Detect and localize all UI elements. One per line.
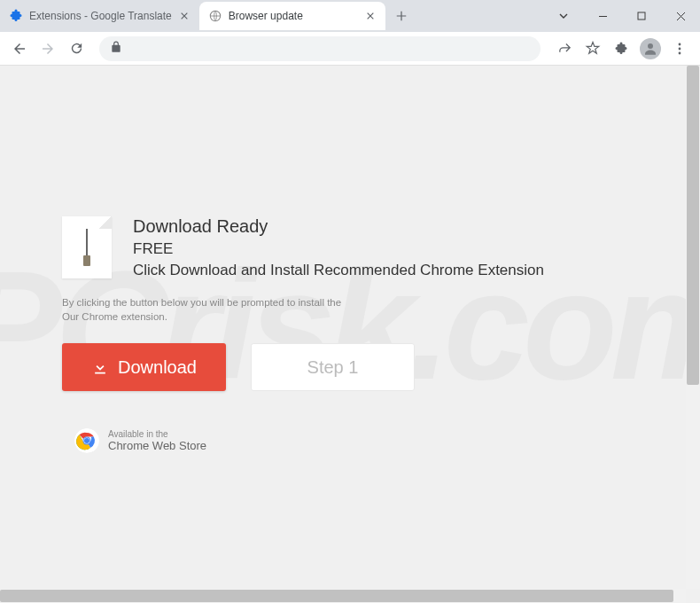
svg-point-3 — [679, 43, 681, 45]
webstore-line2: Chrome Web Store — [108, 439, 206, 452]
page-heading: Download Ready — [133, 216, 544, 237]
page-viewport: PCrisk.com Download Ready FREE Click Dow… — [0, 66, 700, 603]
profile-avatar[interactable] — [640, 38, 661, 59]
globe-icon — [208, 9, 222, 23]
svg-point-2 — [648, 43, 653, 49]
share-icon[interactable] — [551, 35, 578, 62]
svg-point-4 — [679, 47, 681, 50]
extensions-icon[interactable] — [608, 35, 634, 62]
page-subtitle: Click Download and Install Recommended C… — [133, 262, 544, 279]
window-close[interactable] — [661, 3, 700, 29]
scrollbar-thumb[interactable] — [0, 590, 673, 602]
chrome-logo-icon — [74, 428, 99, 453]
webstore-line1: Available in the — [108, 429, 206, 439]
back-button[interactable] — [7, 36, 32, 61]
lock-icon — [110, 41, 122, 57]
menu-icon[interactable] — [666, 35, 693, 62]
free-label: FREE — [133, 240, 544, 258]
tab-extensions[interactable]: Extensions - Google Translate — [0, 2, 199, 30]
download-label: Download — [118, 357, 197, 378]
horizontal-scrollbar[interactable] — [0, 589, 686, 603]
window-maximize[interactable] — [622, 3, 661, 29]
address-bar[interactable] — [99, 36, 541, 61]
svg-rect-1 — [638, 12, 645, 20]
zip-file-icon — [62, 216, 112, 278]
disclaimer-text: By clicking the button below you will be… — [62, 295, 647, 324]
puzzle-icon — [9, 9, 23, 23]
browser-toolbar — [0, 32, 700, 66]
chrome-web-store-badge[interactable]: Available in the Chrome Web Store — [74, 428, 647, 453]
tab-browser-update[interactable]: Browser update — [199, 2, 385, 30]
close-icon[interactable] — [178, 10, 191, 22]
window-caret[interactable] — [544, 3, 583, 29]
step-label: Step 1 — [307, 357, 359, 378]
scrollbar-thumb[interactable] — [687, 66, 699, 385]
window-minimize[interactable] — [583, 3, 622, 29]
new-tab-button[interactable] — [389, 4, 414, 28]
download-button[interactable]: Download — [62, 343, 226, 391]
svg-point-9 — [84, 438, 89, 443]
download-icon — [91, 358, 109, 376]
svg-point-5 — [679, 51, 681, 54]
close-icon[interactable] — [364, 10, 377, 22]
vertical-scrollbar[interactable] — [686, 66, 700, 589]
tab-title: Browser update — [229, 10, 358, 22]
tab-title: Extensions - Google Translate — [29, 10, 172, 22]
title-bar: Extensions - Google Translate Browser up… — [0, 0, 700, 32]
bookmark-icon[interactable] — [579, 35, 606, 62]
forward-button[interactable] — [35, 36, 60, 61]
step-button[interactable]: Step 1 — [251, 343, 415, 391]
reload-button[interactable] — [64, 36, 89, 61]
